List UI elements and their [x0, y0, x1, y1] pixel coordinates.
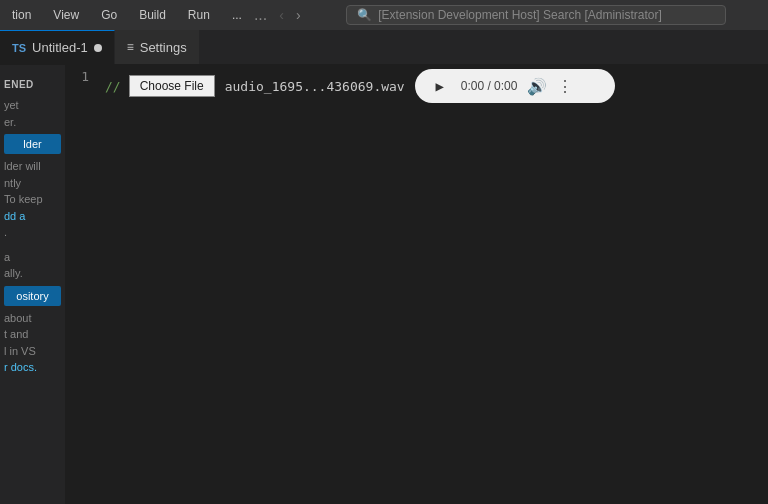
comment-slashes: // [105, 79, 121, 94]
left-text-will: lder will [4, 158, 61, 175]
ts-icon: TS [12, 42, 26, 54]
title-bar: tion View Go Build Run ... ... ‹ › 🔍 [Ex… [0, 0, 768, 30]
left-text-dot: . [4, 224, 61, 241]
left-panel-title: ENED [4, 73, 61, 97]
tab-untitled-1-label: Untitled-1 [32, 40, 88, 55]
menu-bar: tion View Go Build Run ... [8, 6, 246, 24]
left-panel: ENED yet er. lder lder will ntly To keep… [0, 65, 65, 504]
left-text-tokeep: To keep [4, 191, 61, 208]
choose-file-button[interactable]: Choose File [129, 75, 215, 97]
left-text-er: er. [4, 114, 61, 131]
left-text-ally: ally. [4, 265, 61, 282]
editor-area: 1 // Choose File audio_1695...436069.wav… [65, 65, 768, 504]
tab-bar: TS Untitled-1 ≡ Settings [0, 30, 768, 65]
play-button[interactable]: ▶ [429, 75, 451, 97]
line-number-1: 1 [65, 67, 105, 84]
menu-build[interactable]: Build [135, 6, 170, 24]
menu-tion[interactable]: tion [8, 6, 35, 24]
file-area: Choose File audio_1695...436069.wav ▶ 0:… [129, 69, 615, 103]
more-options-icon[interactable]: ⋮ [557, 77, 573, 96]
search-box[interactable]: 🔍 [Extension Development Host] Search [A… [346, 5, 726, 25]
search-icon: 🔍 [357, 8, 372, 22]
search-text: [Extension Development Host] Search [Adm… [378, 8, 661, 22]
back-arrow[interactable]: ‹ [275, 5, 288, 25]
audio-player: ▶ 0:00 / 0:00 🔊 ⋮ [415, 69, 615, 103]
left-text-rdocs[interactable]: r docs. [4, 359, 61, 376]
left-text-tand: t and [4, 326, 61, 343]
tab-untitled-1[interactable]: TS Untitled-1 [0, 30, 115, 64]
left-text-adda[interactable]: dd a [4, 208, 61, 225]
volume-icon[interactable]: 🔊 [527, 77, 547, 96]
line-content-1: // Choose File audio_1695...436069.wav ▶… [105, 67, 768, 103]
time-display: 0:00 / 0:00 [461, 79, 518, 93]
editor-line-1: 1 // Choose File audio_1695...436069.wav… [65, 65, 768, 105]
nav-arrows: ‹ › [275, 5, 304, 25]
settings-icon: ≡ [127, 40, 134, 54]
left-text-about: about [4, 310, 61, 327]
left-text-yet: yet [4, 97, 61, 114]
editor-content: 1 // Choose File audio_1695...436069.wav… [65, 65, 768, 504]
menu-view[interactable]: View [49, 6, 83, 24]
activity-bar-dots[interactable]: ... [254, 6, 267, 24]
tab-settings[interactable]: ≡ Settings [115, 30, 200, 64]
left-btn-repository[interactable]: ository [4, 286, 61, 306]
left-text-linvs: l in VS [4, 343, 61, 360]
left-btn-folder[interactable]: lder [4, 134, 61, 154]
forward-arrow[interactable]: › [292, 5, 305, 25]
left-text-a: a [4, 249, 61, 266]
file-name-display: audio_1695...436069.wav [225, 79, 405, 94]
menu-run[interactable]: Run [184, 6, 214, 24]
tab-dirty-indicator [94, 44, 102, 52]
main-area: ENED yet er. lder lder will ntly To keep… [0, 65, 768, 504]
search-area: 🔍 [Extension Development Host] Search [A… [313, 5, 760, 25]
menu-go[interactable]: Go [97, 6, 121, 24]
left-text-ntly: ntly [4, 175, 61, 192]
tab-settings-label: Settings [140, 40, 187, 55]
menu-more[interactable]: ... [228, 6, 246, 24]
